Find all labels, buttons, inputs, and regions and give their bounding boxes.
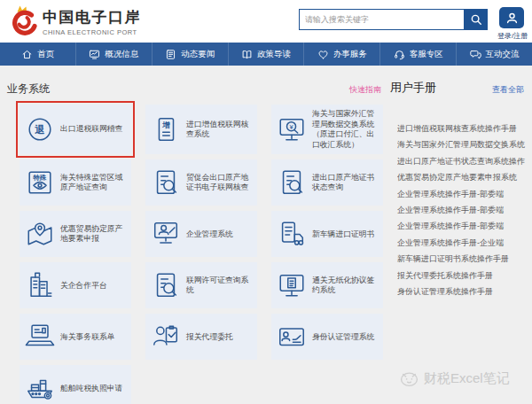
headset-icon	[394, 49, 405, 60]
business-card[interactable]: 退出口退税联网稽查	[20, 105, 131, 154]
nav-item-label: 概况信息	[105, 49, 138, 60]
business-card[interactable]: 进出口原产地证书状态查询	[271, 159, 383, 206]
business-card-label: 企业管理系统	[186, 229, 233, 240]
business-card-label: 海关与国家外汇管理局数据交换系统（原进口付汇、出口收汇系统）	[312, 109, 378, 150]
business-card[interactable]: 船舶吨税执照申请	[20, 365, 131, 404]
business-card-label: 贸促会出口原产地证书电子联网核查	[186, 173, 252, 193]
monitor-doc-icon	[277, 270, 307, 300]
home-icon	[21, 49, 33, 60]
watermark-cat-icon	[399, 369, 419, 389]
business-card-label: 海关特殊监管区域原产地证查询	[60, 173, 126, 193]
doc-zeng-icon: 增	[151, 114, 181, 144]
manual-list-item[interactable]: 身份认证管理系统操作手册	[397, 284, 527, 299]
doc-search-icon	[151, 270, 181, 300]
business-card-label: 进出口原产地证书状态查询	[312, 173, 378, 193]
user-manual-title: 用户手册	[390, 80, 436, 96]
business-card[interactable]: 报关代理委托	[145, 314, 257, 360]
login-register-link[interactable]: 登录/注册	[497, 31, 526, 41]
content-area: 业务系统 快速指南 用户手册 查看全部 退出口退税联网稽查增进口增值税联网核查系…	[0, 66, 532, 404]
login-button[interactable]	[499, 7, 524, 28]
business-card[interactable]: 通关无纸化协议签约系统	[271, 262, 383, 308]
doc-search-icon	[151, 167, 181, 198]
business-card-label: 通关无纸化协议签约系统	[312, 276, 378, 296]
search-bar	[299, 9, 488, 30]
business-card[interactable]: 关企合作平台	[20, 262, 131, 308]
business-card-label: 海关事务联系单	[60, 332, 115, 343]
nav-item-services[interactable]: 办事服务	[303, 43, 379, 66]
svg-text:增: 增	[161, 120, 170, 129]
search-button[interactable]	[464, 9, 488, 30]
special-eye-icon: 特殊	[25, 167, 55, 198]
manual-list-item[interactable]: 进口增值税联网核查系统操作手册	[397, 120, 527, 136]
nav-item-support[interactable]: 客服专区	[379, 43, 456, 66]
business-systems-grid: 退出口退税联网稽查增进口增值税联网核查系统¥海关与国家外汇管理局数据交换系统（原…	[20, 105, 383, 404]
tui-circle-icon: 退	[25, 114, 55, 144]
business-card[interactable]: 新车辆进口证明书	[271, 211, 383, 257]
business-card-label: 身份认证管理系统	[312, 332, 374, 343]
manual-list-item[interactable]: 优惠贸易协定原产地要素申报系统	[397, 169, 527, 185]
nav-item-overview[interactable]: 概况信息	[75, 43, 152, 66]
business-card-label: 船舶吨税执照申请	[60, 384, 122, 394]
business-card[interactable]: 身份认证管理系统	[271, 314, 383, 360]
business-card-label: 进口增值税联网核查系统	[186, 120, 252, 140]
person-clipboard-icon	[151, 322, 181, 352]
site-logo[interactable]: 中国电子口岸 CHINA ELECTRONIC PORT	[7, 4, 141, 43]
buildings-icon	[25, 270, 55, 300]
user-manual-list: 进口增值税联网核查系统操作手册海关与国家外汇管理局数据交换系统进出口原产地证书状…	[397, 120, 527, 299]
view-all-link[interactable]: 查看全部	[492, 84, 524, 96]
business-card[interactable]: 特殊海关特殊监管区域原产地证查询	[20, 159, 131, 206]
watermark-text: 财税Excel笔记	[424, 370, 510, 387]
business-card[interactable]: 优惠贸易协定原产地要素申报	[20, 211, 131, 257]
book-icon	[241, 49, 253, 60]
manual-list-item[interactable]: 海关与国家外汇管理局数据交换系统	[397, 136, 527, 152]
nav-item-news[interactable]: 动态要闻	[152, 43, 228, 66]
nav-item-label: 互动交流	[486, 49, 520, 60]
manual-list-item[interactable]: 报关代理委托系统操作手册	[397, 268, 527, 284]
business-card-label: 关企合作平台	[60, 281, 107, 291]
laptop-icon	[25, 322, 55, 352]
watermark: 财税Excel笔记	[399, 369, 510, 389]
logo-text: 中国电子口岸 CHINA ELECTRONIC PORT	[43, 10, 141, 36]
manual-list-item[interactable]: 企业管理系统操作手册-部委端	[397, 202, 527, 218]
chat-icon	[470, 49, 481, 60]
login-area: 登录/注册	[497, 7, 526, 41]
business-card-label: 新车辆进口证明书	[312, 229, 374, 240]
nav-item-interaction[interactable]: 互动交流	[456, 43, 532, 66]
chart-icon	[89, 49, 100, 60]
main-nav: 首页概况信息动态要闻政策导读办事服务客服专区互动交流	[0, 43, 532, 66]
business-card[interactable]: 海关事务联系单	[20, 314, 131, 360]
svg-text:¥: ¥	[289, 123, 293, 131]
monitor-search-icon: ¥	[277, 114, 307, 144]
nav-item-policy[interactable]: 政策导读	[228, 43, 304, 66]
business-card[interactable]: ¥海关与国家外汇管理局数据交换系统（原进口付汇、出口收汇系统）	[271, 105, 383, 154]
svg-text:特殊: 特殊	[32, 174, 47, 182]
china-electronic-port-page: 中国电子口岸 CHINA ELECTRONIC PORT 登录/注册 首页概况信…	[0, 0, 532, 404]
id-card-icon	[277, 322, 307, 352]
nav-item-label: 办事服务	[333, 49, 367, 60]
business-card-label: 联网许可证查询系统	[186, 276, 252, 296]
manual-list-item[interactable]: 新车辆进口证明书系统操作手册	[397, 251, 527, 267]
svg-text:退: 退	[34, 124, 45, 135]
business-card-label: 出口退税联网稽查	[60, 124, 122, 135]
business-card[interactable]: 联网许可证查询系统	[145, 262, 257, 308]
business-card[interactable]: 企业管理系统	[145, 211, 257, 257]
search-icon	[470, 13, 482, 26]
business-card[interactable]: 贸促会出口原产地证书电子联网核查	[145, 159, 257, 206]
search-input[interactable]	[299, 9, 464, 30]
monitor-user-icon	[151, 219, 181, 249]
doc-search-icon	[277, 167, 307, 198]
business-systems-title: 业务系统	[7, 82, 50, 97]
manual-list-item[interactable]: 企业管理系统操作手册-企业端	[397, 235, 527, 251]
site-header: 中国电子口岸 CHINA ELECTRONIC PORT 登录/注册	[0, 0, 532, 43]
site-title: 中国电子口岸	[43, 10, 141, 27]
port-logo-icon	[7, 4, 37, 43]
quick-guide-link[interactable]: 快速指南	[349, 84, 381, 96]
manual-list-item[interactable]: 企业管理系统操作手册-部委端	[397, 218, 527, 234]
nav-item-home[interactable]: 首页	[0, 43, 75, 66]
manual-list-item[interactable]: 进出口原产地证书状态查询系统操作	[397, 153, 527, 169]
news-icon	[165, 49, 176, 60]
business-card[interactable]: 增进口增值税联网核查系统	[145, 105, 257, 154]
nav-item-label: 客服专区	[410, 49, 443, 60]
nav-item-label: 首页	[37, 49, 54, 60]
manual-list-item[interactable]: 企业管理系统操作手册-部委端	[397, 186, 527, 202]
